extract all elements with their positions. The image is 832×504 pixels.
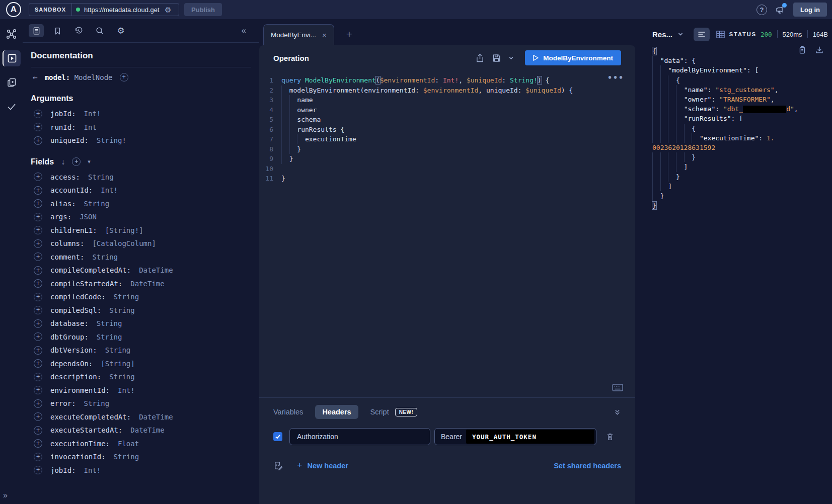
add-field-icon[interactable]: + — [34, 213, 42, 221]
doc-field-row[interactable]: +runId:Int — [31, 121, 251, 134]
add-field-icon[interactable]: + — [34, 346, 42, 355]
operation-collections-icon[interactable] — [3, 74, 21, 91]
tab-script[interactable]: Script — [370, 408, 389, 416]
add-field-icon[interactable]: + — [34, 359, 42, 368]
add-field-icon[interactable]: + — [34, 439, 42, 448]
response-json[interactable]: { "data": { "modelByEnvironment": [ { "n… — [652, 46, 828, 210]
add-field-icon[interactable]: + — [34, 226, 42, 234]
keyboard-shortcuts-icon[interactable] — [612, 384, 623, 391]
doc-field-row[interactable]: +compileCompletedAt:DateTime — [31, 264, 251, 277]
doc-field-row[interactable]: +environmentId:Int! — [31, 384, 251, 397]
explorer-icon[interactable] — [3, 50, 21, 66]
tab-headers[interactable]: Headers — [315, 405, 358, 419]
collapse-docs-icon[interactable]: « — [242, 26, 246, 36]
add-field-icon[interactable]: + — [34, 332, 42, 341]
doc-field-row[interactable]: +compiledCode:String — [31, 290, 251, 304]
table-view-icon[interactable] — [716, 30, 725, 39]
doc-field-row[interactable]: +executeCompletedAt:DateTime — [31, 410, 251, 424]
close-tab-icon[interactable]: × — [322, 31, 327, 39]
doc-field-row[interactable]: +database:String — [31, 317, 251, 330]
settings-gear-icon[interactable]: ⚙ — [113, 24, 128, 37]
add-all-fields-icon[interactable]: + — [72, 157, 81, 166]
doc-field-row[interactable]: +compiledSql:String — [31, 304, 251, 317]
back-arrow-icon[interactable]: ← — [33, 72, 38, 82]
checks-icon[interactable] — [3, 99, 21, 115]
doc-field-row[interactable]: +alias:String — [31, 197, 251, 211]
doc-field-row[interactable]: +dependsOn:[String] — [31, 357, 251, 371]
schema-graph-icon[interactable] — [3, 26, 21, 42]
sort-fields-icon[interactable]: ↓ — [61, 157, 65, 166]
share-icon[interactable] — [475, 53, 485, 63]
delete-header-icon[interactable] — [606, 432, 615, 441]
response-dropdown-icon[interactable] — [677, 31, 684, 37]
doc-field-row[interactable]: +accountId:Int! — [31, 184, 251, 197]
header-value-input[interactable]: Bearer YOUR_AUTH_TOKEN — [434, 428, 596, 445]
doc-field-row[interactable]: +uniqueId:String! — [31, 134, 251, 147]
environment-variables-icon[interactable] — [273, 461, 283, 470]
response-title[interactable]: Res... — [652, 30, 672, 39]
add-field-icon[interactable]: + — [34, 306, 42, 314]
endpoint-url[interactable]: https://metadata.cloud.get — [84, 6, 161, 14]
fields-chevron-icon[interactable]: ▾ — [88, 158, 91, 165]
search-icon[interactable] — [92, 24, 107, 37]
publish-button[interactable]: Publish — [184, 3, 222, 16]
add-field-icon[interactable]: + — [34, 186, 42, 195]
add-field-icon[interactable]: + — [34, 399, 42, 408]
doc-field-row[interactable]: +jobId:Int! — [31, 464, 251, 477]
saved-operations-icon[interactable] — [50, 24, 65, 37]
doc-field-row[interactable]: +description:String — [31, 370, 251, 384]
doc-field-row[interactable]: +compileStartedAt:DateTime — [31, 277, 251, 291]
add-field-icon[interactable]: + — [34, 239, 42, 248]
query-editor[interactable]: 1query ModelByEnvironment($environmentId… — [259, 70, 635, 397]
add-field-icon[interactable]: + — [34, 173, 42, 181]
save-icon[interactable] — [492, 53, 501, 63]
apollo-logo[interactable]: A — [6, 2, 21, 17]
endpoint-settings-icon[interactable]: ⚙ — [165, 6, 171, 14]
header-enabled-checkbox[interactable] — [273, 432, 282, 441]
add-field-icon[interactable]: + — [34, 453, 42, 461]
add-field-icon[interactable]: + — [34, 199, 42, 208]
login-button[interactable]: Log in — [793, 3, 827, 17]
run-operation-button[interactable]: ModelByEnvironment — [525, 50, 621, 65]
doc-field-row[interactable]: +error:String — [31, 397, 251, 410]
save-chevron-icon[interactable] — [508, 55, 514, 61]
add-field-icon[interactable]: + — [34, 373, 42, 381]
documentation-tab-icon[interactable] — [29, 24, 44, 37]
add-field-icon[interactable]: + — [34, 253, 42, 261]
add-field-icon[interactable]: + — [34, 426, 42, 435]
add-field-icon[interactable]: + — [34, 110, 42, 118]
editor-menu-icon[interactable]: ••• — [608, 73, 624, 83]
add-field-icon[interactable]: + — [34, 466, 42, 474]
collapse-panel-icon[interactable] — [614, 408, 621, 416]
doc-field-row[interactable]: +args:JSON — [31, 210, 251, 224]
doc-field-row[interactable]: +access:String — [31, 171, 251, 184]
tab-modelbyenvironment[interactable]: ModelByEnvi... × — [263, 24, 334, 45]
expand-rail-icon[interactable]: » — [3, 491, 8, 500]
add-field-icon[interactable]: + — [34, 136, 42, 145]
doc-field-row[interactable]: +columns:[CatalogColumn] — [31, 237, 251, 250]
set-shared-headers-link[interactable]: Set shared headers — [554, 462, 621, 470]
add-field-icon[interactable]: + — [34, 386, 42, 394]
new-tab-button[interactable]: + — [346, 28, 352, 45]
add-field-icon[interactable]: + — [34, 279, 42, 288]
add-field-icon[interactable]: + — [34, 319, 42, 328]
doc-field-row[interactable]: +childrenL1:[String!] — [31, 224, 251, 237]
add-field-icon[interactable]: + — [34, 412, 42, 421]
history-icon[interactable] — [71, 24, 86, 37]
header-name-input[interactable]: Authorization — [289, 428, 430, 445]
doc-field-row[interactable]: +invocationId:String — [31, 450, 251, 464]
help-icon[interactable]: ? — [757, 5, 767, 15]
doc-field-row[interactable]: +dbtVersion:String — [31, 344, 251, 357]
tab-variables[interactable]: Variables — [273, 408, 303, 416]
doc-field-row[interactable]: +executeStartedAt:DateTime — [31, 424, 251, 437]
add-field-icon[interactable]: + — [120, 73, 128, 81]
doc-field-row[interactable]: +jobId:Int! — [31, 107, 251, 121]
auth-token-value[interactable]: YOUR_AUTH_TOKEN — [466, 430, 594, 444]
doc-field-row[interactable]: +dbtGroup:String — [31, 330, 251, 344]
new-header-button[interactable]: + New header — [297, 460, 348, 471]
add-field-icon[interactable]: + — [34, 266, 42, 275]
add-field-icon[interactable]: + — [34, 123, 42, 131]
announcements-icon[interactable] — [775, 5, 785, 15]
doc-field-row[interactable]: +executionTime:Float — [31, 437, 251, 451]
formatted-view-icon[interactable] — [694, 28, 710, 41]
